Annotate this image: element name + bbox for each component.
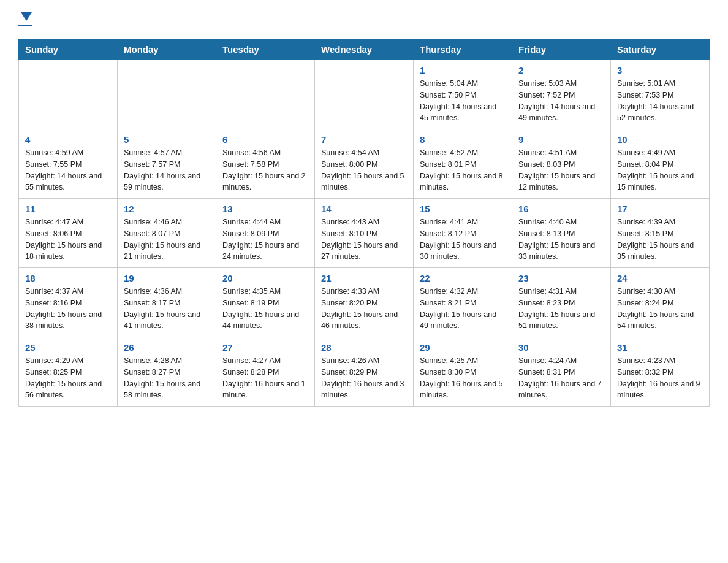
day-number-12: 12 [124,204,210,214]
day-info-27: Sunrise: 4:27 AMSunset: 8:28 PMDaylight:… [222,355,308,401]
day-info-30: Sunrise: 4:24 AMSunset: 8:31 PMDaylight:… [518,355,604,401]
day-cell-23: 23Sunrise: 4:31 AMSunset: 8:23 PMDayligh… [512,268,611,337]
day-cell-9: 9Sunrise: 4:51 AMSunset: 8:03 PMDaylight… [512,129,611,199]
day-number-22: 22 [420,273,506,283]
day-number-15: 15 [420,204,506,214]
day-cell-16: 16Sunrise: 4:40 AMSunset: 8:13 PMDayligh… [512,199,611,268]
day-cell-4: 4Sunrise: 4:59 AMSunset: 7:55 PMDaylight… [19,129,118,199]
week-row-2: 4Sunrise: 4:59 AMSunset: 7:55 PMDaylight… [19,129,710,199]
empty-cell-w0-c0 [19,60,118,129]
day-cell-19: 19Sunrise: 4:36 AMSunset: 8:17 PMDayligh… [118,268,216,337]
calendar-table: SundayMondayTuesdayWednesdayThursdayFrid… [18,39,710,407]
day-cell-31: 31Sunrise: 4:23 AMSunset: 8:32 PMDayligh… [611,337,710,407]
day-number-26: 26 [124,342,210,353]
day-cell-22: 22Sunrise: 4:32 AMSunset: 8:21 PMDayligh… [414,268,512,337]
day-info-24: Sunrise: 4:30 AMSunset: 8:24 PMDaylight:… [617,286,703,332]
day-number-13: 13 [222,204,308,214]
day-cell-14: 14Sunrise: 4:43 AMSunset: 8:10 PMDayligh… [315,199,414,268]
day-cell-21: 21Sunrise: 4:33 AMSunset: 8:20 PMDayligh… [315,268,414,337]
day-cell-15: 15Sunrise: 4:41 AMSunset: 8:12 PMDayligh… [414,199,512,268]
day-number-28: 28 [321,342,407,353]
day-info-1: Sunrise: 5:04 AMSunset: 7:50 PMDaylight:… [420,78,506,124]
day-number-10: 10 [617,134,703,145]
day-info-8: Sunrise: 4:52 AMSunset: 8:01 PMDaylight:… [420,147,506,193]
day-info-17: Sunrise: 4:39 AMSunset: 8:15 PMDaylight:… [617,216,703,262]
day-cell-17: 17Sunrise: 4:39 AMSunset: 8:15 PMDayligh… [611,199,710,268]
page-header [18,12,710,26]
day-cell-5: 5Sunrise: 4:57 AMSunset: 7:57 PMDaylight… [118,129,216,199]
day-cell-20: 20Sunrise: 4:35 AMSunset: 8:19 PMDayligh… [216,268,315,337]
day-number-1: 1 [420,65,506,75]
day-info-22: Sunrise: 4:32 AMSunset: 8:21 PMDaylight:… [420,286,506,332]
day-number-18: 18 [25,273,111,283]
day-number-7: 7 [321,134,407,145]
day-cell-29: 29Sunrise: 4:25 AMSunset: 8:30 PMDayligh… [414,337,512,407]
day-cell-6: 6Sunrise: 4:56 AMSunset: 7:58 PMDaylight… [216,129,315,199]
weekday-header-tuesday: Tuesday [216,39,315,60]
day-number-27: 27 [222,342,308,353]
day-cell-28: 28Sunrise: 4:26 AMSunset: 8:29 PMDayligh… [315,337,414,407]
day-info-11: Sunrise: 4:47 AMSunset: 8:06 PMDaylight:… [25,216,111,262]
day-number-19: 19 [124,273,210,283]
day-number-2: 2 [518,65,604,75]
day-cell-30: 30Sunrise: 4:24 AMSunset: 8:31 PMDayligh… [512,337,611,407]
weekday-header-sunday: Sunday [19,39,118,60]
day-number-14: 14 [321,204,407,214]
day-cell-10: 10Sunrise: 4:49 AMSunset: 8:04 PMDayligh… [611,129,710,199]
day-number-11: 11 [25,204,111,214]
weekday-header-friday: Friday [512,39,611,60]
day-info-9: Sunrise: 4:51 AMSunset: 8:03 PMDaylight:… [518,147,604,193]
logo-arrow-icon [21,12,32,21]
day-info-31: Sunrise: 4:23 AMSunset: 8:32 PMDaylight:… [617,355,703,401]
day-cell-27: 27Sunrise: 4:27 AMSunset: 8:28 PMDayligh… [216,337,315,407]
day-number-30: 30 [518,342,604,353]
day-info-28: Sunrise: 4:26 AMSunset: 8:29 PMDaylight:… [321,355,407,401]
day-info-20: Sunrise: 4:35 AMSunset: 8:19 PMDaylight:… [222,286,308,332]
day-info-26: Sunrise: 4:28 AMSunset: 8:27 PMDaylight:… [124,355,210,401]
day-number-20: 20 [222,273,308,283]
day-cell-18: 18Sunrise: 4:37 AMSunset: 8:16 PMDayligh… [19,268,118,337]
day-info-19: Sunrise: 4:36 AMSunset: 8:17 PMDaylight:… [124,286,210,332]
day-number-29: 29 [420,342,506,353]
week-row-5: 25Sunrise: 4:29 AMSunset: 8:25 PMDayligh… [19,337,710,407]
day-cell-13: 13Sunrise: 4:44 AMSunset: 8:09 PMDayligh… [216,199,315,268]
day-info-23: Sunrise: 4:31 AMSunset: 8:23 PMDaylight:… [518,286,604,332]
logo [18,12,32,26]
weekday-header-row: SundayMondayTuesdayWednesdayThursdayFrid… [19,39,710,60]
week-row-4: 18Sunrise: 4:37 AMSunset: 8:16 PMDayligh… [19,268,710,337]
day-info-12: Sunrise: 4:46 AMSunset: 8:07 PMDaylight:… [124,216,210,262]
day-number-8: 8 [420,134,506,145]
day-number-6: 6 [222,134,308,145]
empty-cell-w0-c3 [315,60,414,129]
day-cell-24: 24Sunrise: 4:30 AMSunset: 8:24 PMDayligh… [611,268,710,337]
day-number-17: 17 [617,204,703,214]
day-info-3: Sunrise: 5:01 AMSunset: 7:53 PMDaylight:… [617,78,703,124]
week-row-3: 11Sunrise: 4:47 AMSunset: 8:06 PMDayligh… [19,199,710,268]
day-number-4: 4 [25,134,111,145]
week-row-1: 1Sunrise: 5:04 AMSunset: 7:50 PMDaylight… [19,60,710,129]
empty-cell-w0-c2 [216,60,315,129]
day-cell-8: 8Sunrise: 4:52 AMSunset: 8:01 PMDaylight… [414,129,512,199]
day-cell-25: 25Sunrise: 4:29 AMSunset: 8:25 PMDayligh… [19,337,118,407]
weekday-header-thursday: Thursday [414,39,512,60]
day-number-16: 16 [518,204,604,214]
day-cell-12: 12Sunrise: 4:46 AMSunset: 8:07 PMDayligh… [118,199,216,268]
weekday-header-wednesday: Wednesday [315,39,414,60]
day-info-29: Sunrise: 4:25 AMSunset: 8:30 PMDaylight:… [420,355,506,401]
day-info-7: Sunrise: 4:54 AMSunset: 8:00 PMDaylight:… [321,147,407,193]
day-cell-11: 11Sunrise: 4:47 AMSunset: 8:06 PMDayligh… [19,199,118,268]
day-cell-3: 3Sunrise: 5:01 AMSunset: 7:53 PMDaylight… [611,60,710,129]
day-info-18: Sunrise: 4:37 AMSunset: 8:16 PMDaylight:… [25,286,111,332]
day-number-25: 25 [25,342,111,353]
day-cell-2: 2Sunrise: 5:03 AMSunset: 7:52 PMDaylight… [512,60,611,129]
day-cell-26: 26Sunrise: 4:28 AMSunset: 8:27 PMDayligh… [118,337,216,407]
day-info-13: Sunrise: 4:44 AMSunset: 8:09 PMDaylight:… [222,216,308,262]
day-info-16: Sunrise: 4:40 AMSunset: 8:13 PMDaylight:… [518,216,604,262]
day-info-2: Sunrise: 5:03 AMSunset: 7:52 PMDaylight:… [518,78,604,124]
empty-cell-w0-c1 [118,60,216,129]
day-number-3: 3 [617,65,703,75]
logo-underline [18,25,32,26]
day-cell-7: 7Sunrise: 4:54 AMSunset: 8:00 PMDaylight… [315,129,414,199]
day-number-24: 24 [617,273,703,283]
day-number-9: 9 [518,134,604,145]
